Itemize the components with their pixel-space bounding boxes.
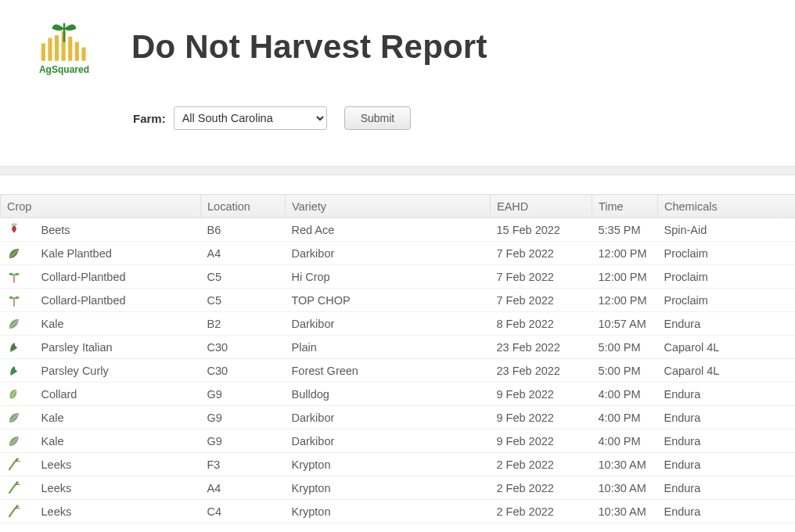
- cell-variety: Darkibor: [286, 406, 491, 430]
- brand-logo: AgSquared: [22, 8, 106, 92]
- cell-eahd: 7 Feb 2022: [491, 289, 592, 312]
- crop-icon-cell: [1, 476, 35, 500]
- cell-eahd: 2 Feb 2022: [491, 476, 592, 500]
- table-row[interactable]: Collard-PlantbedC5TOP CHOP7 Feb 202212:0…: [1, 289, 796, 312]
- sprout-icon: [7, 293, 21, 307]
- cell-time: 4:00 PM: [592, 430, 658, 453]
- cell-chemicals: Endura: [658, 430, 796, 453]
- cell-chemicals: Endura: [658, 312, 796, 336]
- cell-crop: Parsley Curly: [35, 359, 201, 383]
- cell-chemicals: Proclaim: [658, 289, 796, 312]
- col-time[interactable]: Time: [592, 195, 658, 218]
- cell-eahd: 2 Feb 2022: [491, 453, 592, 476]
- table-row[interactable]: Kale PlantbedA4Darkibor7 Feb 202212:00 P…: [1, 242, 796, 265]
- table-row[interactable]: Parsley CurlyC30Forest Green23 Feb 20225…: [1, 359, 796, 383]
- cell-eahd: 2 Feb 2022: [491, 500, 592, 523]
- svg-text:AgSquared: AgSquared: [39, 64, 89, 75]
- crop-icon-cell: [1, 265, 35, 289]
- svg-rect-0: [41, 43, 45, 60]
- cell-chemicals: Proclaim: [658, 265, 796, 289]
- cell-variety: Forest Green: [286, 359, 491, 383]
- cell-eahd: 8 Feb 2022: [491, 312, 592, 336]
- col-location[interactable]: Location: [201, 195, 286, 218]
- agsquared-logo-icon: AgSquared: [31, 16, 98, 84]
- cell-chemicals: Endura: [658, 383, 796, 406]
- crop-icon-cell: [1, 406, 35, 430]
- cell-variety: Krypton: [286, 476, 491, 500]
- col-chemicals[interactable]: Chemicals: [658, 195, 796, 218]
- cell-chemicals: Endura: [658, 476, 796, 500]
- cell-location: A4: [201, 476, 286, 500]
- table-row[interactable]: LeeksC4Krypton2 Feb 202210:30 AMEndura: [1, 500, 796, 523]
- leek-icon: [7, 458, 21, 472]
- submit-button[interactable]: Submit: [344, 106, 412, 130]
- cell-crop: Parsley Italian: [35, 336, 201, 359]
- cell-chemicals: Endura: [658, 500, 796, 523]
- cell-location: B6: [201, 218, 286, 242]
- cell-location: F3: [201, 453, 286, 476]
- cell-variety: Darkibor: [286, 430, 491, 453]
- cell-eahd: 23 Feb 2022: [491, 336, 592, 359]
- cell-variety: Darkibor: [286, 312, 491, 336]
- cell-location: G9: [201, 430, 286, 453]
- cell-crop: Beets: [35, 218, 201, 242]
- col-crop[interactable]: Crop: [1, 195, 201, 218]
- section-divider: [0, 166, 795, 175]
- table-row[interactable]: KaleG9Darkibor9 Feb 20224:00 PMEndura: [1, 406, 796, 430]
- table-row[interactable]: Collard-PlantbedC5Hi Crop7 Feb 202212:00…: [1, 265, 796, 289]
- cell-time: 5:00 PM: [592, 359, 658, 383]
- cell-time: 5:35 PM: [592, 218, 658, 242]
- sprout-icon: [7, 270, 21, 284]
- kale-icon: [7, 434, 21, 448]
- cell-eahd: 9 Feb 2022: [491, 406, 592, 430]
- table-row[interactable]: CollardG9Bulldog9 Feb 20224:00 PMEndura: [1, 383, 796, 406]
- farm-label: Farm:: [133, 112, 166, 125]
- cell-time: 4:00 PM: [592, 383, 658, 406]
- crop-icon-cell: [1, 242, 35, 265]
- cell-location: C4: [201, 500, 286, 523]
- kale-icon: [7, 411, 21, 425]
- svg-rect-1: [48, 38, 52, 61]
- cell-crop: Kale: [35, 430, 201, 453]
- cell-chemicals: Caparol 4L: [658, 336, 796, 359]
- cell-time: 10:30 AM: [592, 476, 658, 500]
- page-title: Do Not Harvest Report: [131, 28, 487, 66]
- cell-variety: Krypton: [286, 453, 491, 476]
- parsley-icon: [7, 340, 21, 354]
- table-row[interactable]: KaleG9Darkibor9 Feb 20224:00 PMEndura: [1, 430, 796, 453]
- cell-eahd: 23 Feb 2022: [491, 359, 592, 383]
- cell-chemicals: Endura: [658, 453, 796, 476]
- crop-icon-cell: [1, 383, 35, 406]
- table-row[interactable]: LeeksF3Krypton2 Feb 202210:30 AMEndura: [1, 453, 796, 476]
- cell-chemicals: Proclaim: [658, 242, 796, 265]
- cell-crop: Leeks: [35, 453, 201, 476]
- leek-icon: [7, 481, 21, 495]
- cell-chemicals: Endura: [658, 406, 796, 430]
- beet-icon: [7, 223, 21, 237]
- cell-crop: Kale Plantbed: [35, 242, 201, 265]
- cell-location: C5: [201, 289, 286, 312]
- table-row[interactable]: BeetsB6Red Ace15 Feb 20225:35 PMSpin-Aid: [1, 218, 796, 242]
- cell-location: C30: [201, 336, 286, 359]
- cell-chemicals: Caparol 4L: [658, 359, 796, 383]
- cell-time: 12:00 PM: [592, 289, 658, 312]
- crop-icon-cell: [1, 430, 35, 453]
- cell-variety: Red Ace: [286, 218, 491, 242]
- cell-time: 10:30 AM: [592, 453, 658, 476]
- farm-select[interactable]: All South Carolina: [174, 106, 327, 130]
- cell-eahd: 9 Feb 2022: [491, 383, 592, 406]
- col-eahd[interactable]: EAHD: [491, 195, 592, 218]
- cell-crop: Collard-Plantbed: [35, 289, 201, 312]
- col-variety[interactable]: Variety: [286, 195, 491, 218]
- cell-eahd: 7 Feb 2022: [491, 265, 592, 289]
- table-row[interactable]: LeeksA4Krypton2 Feb 202210:30 AMEndura: [1, 476, 796, 500]
- cell-location: G9: [201, 383, 286, 406]
- crop-icon-cell: [1, 218, 35, 242]
- table-row[interactable]: KaleB2Darkibor8 Feb 202210:57 AMEndura: [1, 312, 796, 336]
- kale-icon: [7, 317, 21, 331]
- table-row[interactable]: Parsley ItalianC30Plain23 Feb 20225:00 P…: [1, 336, 796, 359]
- svg-rect-5: [75, 42, 79, 61]
- crop-icon-cell: [1, 336, 35, 359]
- cell-eahd: 15 Feb 2022: [491, 218, 592, 242]
- crop-icon-cell: [1, 312, 35, 336]
